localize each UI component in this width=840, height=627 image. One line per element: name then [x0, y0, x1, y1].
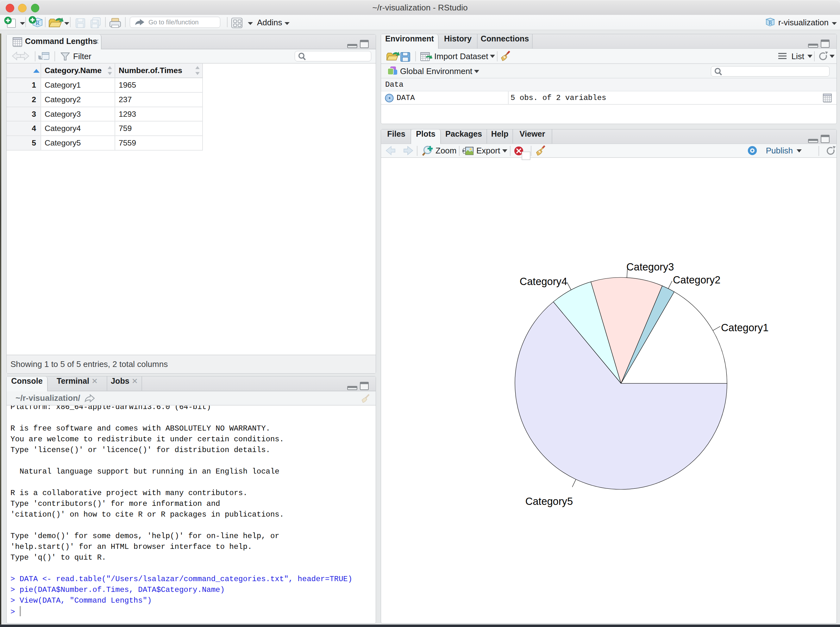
svg-text:Category1: Category1 — [721, 322, 769, 334]
svg-text:R: R — [769, 20, 772, 26]
svg-text:Category5: Category5 — [526, 495, 573, 507]
svg-text:Category3: Category3 — [626, 261, 674, 273]
svg-text:R: R — [35, 20, 39, 26]
svg-text:Category2: Category2 — [673, 274, 720, 286]
svg-text:Category4: Category4 — [520, 276, 567, 287]
